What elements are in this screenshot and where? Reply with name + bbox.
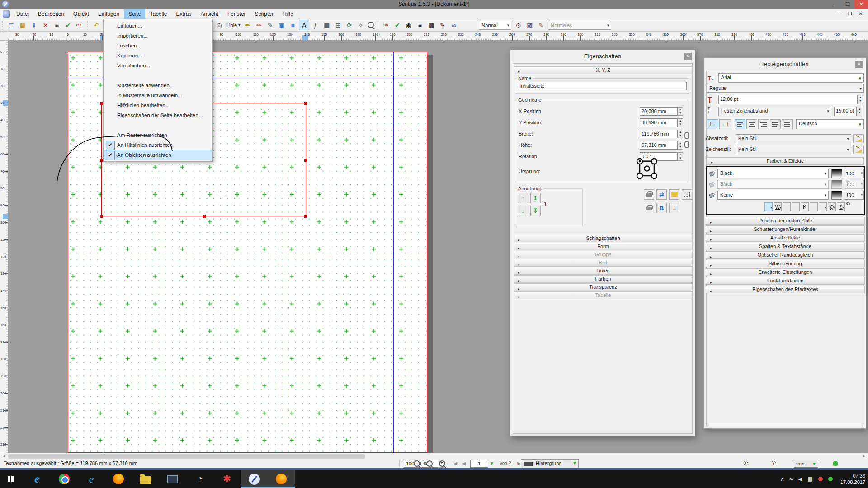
pdf-push-button-icon[interactable]: OK xyxy=(381,20,391,30)
taskbar-firefox2-icon[interactable] xyxy=(268,470,295,488)
raise-to-top-button[interactable]: ↥ xyxy=(530,193,541,203)
outline-effect-button[interactable] xyxy=(819,202,827,211)
section-bild[interactable]: ► Bild xyxy=(514,259,693,267)
force-justify-button[interactable] xyxy=(782,119,793,129)
link-width-height-icon[interactable] xyxy=(684,131,689,150)
section-position-der-ersten-zeile[interactable]: ► Position der ersten Zeile xyxy=(706,217,865,225)
menu-datei[interactable]: Datei xyxy=(12,9,33,19)
opacity-field[interactable]: 100 % xyxy=(844,169,864,178)
preflight-verifier-icon[interactable]: ✔ xyxy=(63,20,73,30)
spinner-buttons[interactable]: ▲▼ xyxy=(678,152,683,161)
taskbar-explorer-icon[interactable] xyxy=(132,470,159,488)
insert-shape-icon[interactable]: ■ xyxy=(288,20,298,30)
link-annotation-icon[interactable]: ∞ xyxy=(448,20,459,30)
tray-network-icon[interactable]: ≈ xyxy=(790,476,793,482)
tray-volume-icon[interactable]: ◀ xyxy=(798,476,802,482)
taskbar-red-app-icon[interactable]: ✱ xyxy=(213,470,241,488)
justify-button[interactable] xyxy=(770,119,781,129)
subscript-effect-button[interactable] xyxy=(783,202,791,211)
menu-item-importieren[interactable]: Importieren... xyxy=(104,31,212,41)
fill-color[interactable]: Black xyxy=(717,169,829,178)
section-optischer-randausgleich[interactable]: ► Optischer Randausgleich xyxy=(706,251,865,259)
spinner-buttons[interactable]: ▲▼ xyxy=(678,107,683,116)
flip-horizontal-button[interactable]: ⇄ xyxy=(656,189,667,200)
tray-keyboard-icon[interactable]: ▤ xyxy=(808,476,813,482)
geometry-value-field[interactable]: 119,786 mm xyxy=(640,130,678,138)
shade-gradient-swatch[interactable] xyxy=(831,180,842,189)
view-mode-select[interactable]: Normal xyxy=(479,21,511,30)
new-document-icon[interactable]: ▢ xyxy=(6,20,17,30)
zoom-out-button[interactable]: - xyxy=(412,459,422,469)
menu-fenster[interactable]: Fenster xyxy=(223,9,250,19)
menu-bearbeiten[interactable]: Bearbeiten xyxy=(33,9,69,19)
vertical-ruler[interactable]: 0102030405060708090100110120130140150160… xyxy=(0,41,8,453)
section-gruppe[interactable]: ► Gruppe xyxy=(514,251,693,258)
resize-handle[interactable] xyxy=(304,215,307,218)
raise-item-button[interactable]: ↑ xyxy=(518,193,528,203)
menu-einfuegen[interactable]: Einfügen xyxy=(94,9,124,19)
name-input[interactable]: Inhaltsseite xyxy=(518,82,687,90)
menu-item-in-musterseite-umwandeln[interactable]: In Musterseite umwandeln... xyxy=(104,90,212,100)
taskbar-clock[interactable]: 07:36 17.08.2017 xyxy=(840,473,865,485)
resize-handle[interactable] xyxy=(304,159,307,162)
open-document-icon[interactable]: ▤ xyxy=(18,20,28,30)
menu-item-an-hilfslinien-ausrichten[interactable]: An Hilfslinien ausrichten xyxy=(104,140,212,150)
align-right-button[interactable] xyxy=(758,119,769,129)
resize-handle[interactable] xyxy=(203,215,206,218)
section-farben-effekte[interactable]: ▼ Farben & Effekte xyxy=(707,157,864,165)
insert-bezier-curve-icon[interactable]: ✎ xyxy=(265,20,275,30)
spinner-buttons[interactable]: ▲▼ xyxy=(678,118,683,127)
menu-item-hilfslinien-bearbeiten[interactable]: Hilfslinien bearbeiten... xyxy=(104,100,212,110)
vision-defect-select[interactable]: Normales Sehvermögen xyxy=(548,21,611,30)
menu-scripter[interactable]: Scripter xyxy=(250,9,278,19)
close-icon[interactable]: ✕ xyxy=(855,61,863,68)
print-document-icon[interactable]: ≡ xyxy=(52,20,62,30)
insert-image-frame-icon[interactable]: ▣ xyxy=(276,20,287,30)
taskbar-mediaplayer-icon[interactable] xyxy=(159,470,186,488)
insert-render-frame-icon[interactable]: ƒ xyxy=(310,20,321,30)
save-document-icon[interactable]: ⇓ xyxy=(29,20,39,30)
insert-spiral-icon[interactable]: ◎ xyxy=(214,20,224,30)
menu-separator[interactable] xyxy=(104,70,212,80)
tray-green-indicator-icon[interactable] xyxy=(828,477,833,481)
menu-item-an-objekten-ausrichten[interactable]: An Objekten ausrichten xyxy=(104,150,212,160)
font-style-select[interactable]: Regular xyxy=(707,84,864,93)
lower-to-bottom-button[interactable]: ↧ xyxy=(530,206,541,216)
section-farben[interactable]: ► Farben xyxy=(514,275,693,283)
scrollbar-thumb[interactable] xyxy=(8,454,365,459)
text-properties-title[interactable]: Texteigenschaften xyxy=(704,58,866,70)
menu-separator[interactable] xyxy=(104,120,212,130)
preview-mode-icon[interactable]: ⊙ xyxy=(513,20,524,30)
eyedropper-icon[interactable]: ✧ xyxy=(355,20,366,30)
geometry-value-field[interactable]: 67,310 mm xyxy=(640,141,678,150)
zoom-100-button[interactable]: 1 xyxy=(425,459,435,469)
insert-polygon-icon[interactable]: ⊞ xyxy=(333,20,343,30)
pdf-checkbox-icon[interactable]: ✔ xyxy=(392,20,402,30)
section-silbentrennung[interactable]: ► Silbentrennung xyxy=(706,260,865,267)
ruler-corner[interactable] xyxy=(0,32,8,41)
color-management-icon[interactable]: ▩ xyxy=(524,20,535,30)
menu-extras[interactable]: Extras xyxy=(172,9,196,19)
resize-handle[interactable] xyxy=(100,102,103,105)
mdi-minimize-icon[interactable]: – xyxy=(834,9,844,19)
scroll-right-icon[interactable]: ► xyxy=(861,454,867,459)
menu-ansicht[interactable]: Ansicht xyxy=(196,9,223,19)
taskbar-clock-app-icon[interactable]: ◔ xyxy=(186,470,213,488)
zoom-tool-icon[interactable] xyxy=(366,20,376,30)
section-transparenz[interactable]: ► Transparenz xyxy=(514,283,693,291)
pdf-text-field-icon[interactable]: ≡ xyxy=(415,20,425,30)
text-flow-button[interactable] xyxy=(682,189,692,200)
menu-item-am-raster-ausrichten[interactable]: Am Raster ausrichten xyxy=(104,130,212,140)
collapse-arrow-icon[interactable]: ▼ xyxy=(517,69,520,75)
mdi-close-icon[interactable]: ✕ xyxy=(855,9,866,19)
section-erweiterte-einstellungen[interactable]: ► Erweiterte Einstellungen xyxy=(706,268,865,276)
page-select-dropdown-icon[interactable]: ▼ xyxy=(488,460,495,467)
rotate-item-icon[interactable]: ⟳ xyxy=(344,20,354,30)
menu-hilfe[interactable]: Hilfe xyxy=(278,9,298,19)
text-direction-ltr-button[interactable]: I→ xyxy=(707,119,718,129)
taskbar-firefox-icon[interactable] xyxy=(105,470,132,488)
shade-gradient-swatch[interactable] xyxy=(831,169,842,178)
insert-calligraphic-line-icon[interactable]: ✒ xyxy=(242,20,253,30)
scroll-left-icon[interactable]: ◄ xyxy=(1,454,7,459)
close-icon[interactable]: ✕ xyxy=(684,53,692,60)
